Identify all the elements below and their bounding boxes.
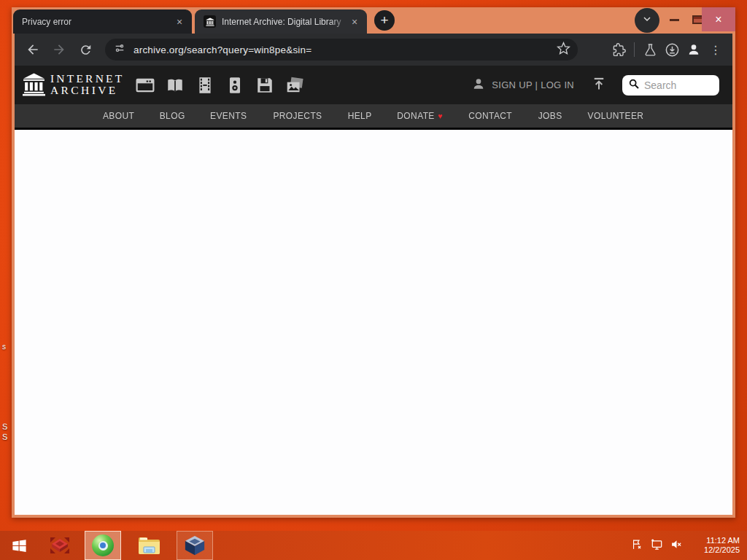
taskbar-clock[interactable]: 11:12 AM 12/2/2025	[687, 531, 743, 560]
nav-volunteer[interactable]: VOLUNTEER	[588, 111, 644, 121]
toolbar-divider	[634, 42, 635, 57]
red-box-app-button[interactable]	[41, 531, 79, 560]
browser-menu-button[interactable]: ⋮	[705, 39, 727, 61]
web-icon[interactable]	[136, 76, 155, 95]
site-info-icon[interactable]	[114, 42, 125, 57]
media-type-menu	[136, 66, 304, 104]
virtualbox-icon	[184, 534, 206, 556]
forward-icon	[52, 42, 66, 57]
nav-label: JOBS	[538, 111, 562, 121]
user-icon	[471, 77, 486, 94]
browser-titlebar: Privacy error × Internet Archive: Digita…	[12, 7, 735, 34]
ia-search-box[interactable]	[622, 75, 719, 96]
taskbar: 11:12 AM 12/2/2025	[0, 531, 747, 560]
nav-label: ABOUT	[103, 111, 134, 121]
ia-building-logo-icon[interactable]	[22, 72, 46, 100]
toolbar-actions: ⋮	[608, 34, 727, 66]
url-text[interactable]: archive.org/search?query=win8pe&sin=	[133, 44, 557, 55]
minimize-icon	[670, 19, 679, 21]
profile-icon	[686, 42, 701, 57]
nav-label: CONTACT	[469, 111, 513, 121]
new-tab-button[interactable]: +	[374, 10, 395, 31]
nav-projects[interactable]: PROJECTS	[273, 111, 322, 121]
tab-title: Internet Archive: Digital Library	[222, 17, 348, 27]
ia-wordmark-line1: INTERNET	[50, 73, 124, 85]
virtualbox-button[interactable]	[177, 531, 213, 560]
action-center-icon[interactable]	[631, 538, 643, 553]
clock-time: 11:12 AM	[706, 536, 740, 545]
nav-label: VOLUNTEER	[588, 111, 644, 121]
desktop: s S S Privacy error × Internet Archive: …	[0, 0, 747, 560]
nav-label: EVENTS	[210, 111, 247, 121]
windows-logo-icon	[11, 537, 28, 554]
start-button[interactable]	[0, 531, 38, 560]
search-icon	[628, 78, 640, 93]
tab-internet-archive[interactable]: Internet Archive: Digital Library ×	[195, 9, 367, 34]
system-tray	[631, 531, 683, 560]
nav-jobs[interactable]: JOBS	[538, 111, 562, 121]
ia-wordmark[interactable]: INTERNET ARCHIVE	[50, 73, 124, 96]
labs-flask-icon	[643, 43, 657, 57]
downloads-button[interactable]	[661, 39, 683, 61]
audio-icon[interactable]	[225, 76, 244, 95]
close-tab-icon[interactable]: ×	[348, 15, 361, 28]
ia-header-right: SIGN UP | LOG IN	[471, 66, 719, 104]
nav-label: HELP	[347, 111, 371, 121]
clock-date: 12/2/2025	[704, 545, 740, 555]
extensions-button[interactable]	[608, 39, 630, 61]
back-button[interactable]	[22, 39, 44, 61]
browser-window: Privacy error × Internet Archive: Digita…	[12, 7, 735, 518]
network-icon[interactable]	[650, 538, 664, 553]
upload-icon[interactable]	[592, 77, 606, 94]
nav-about[interactable]: ABOUT	[103, 111, 134, 121]
heart-icon: ♥	[438, 112, 443, 120]
refresh-button[interactable]	[74, 39, 96, 61]
forward-button[interactable]	[48, 39, 70, 61]
browser-ball-icon	[92, 534, 114, 556]
nav-blog[interactable]: BLOG	[160, 111, 185, 121]
bookmark-star-icon[interactable]	[557, 42, 570, 58]
file-explorer-button[interactable]	[130, 531, 168, 560]
address-bar[interactable]: archive.org/search?query=win8pe&sin=	[105, 39, 578, 61]
labs-button[interactable]	[639, 39, 661, 61]
download-icon	[665, 42, 680, 58]
volume-icon[interactable]	[670, 538, 683, 553]
profile-button[interactable]	[683, 39, 705, 61]
browser-taskbar-button[interactable]	[85, 531, 121, 560]
nav-label: BLOG	[160, 111, 185, 121]
nav-donate[interactable]: DONATE♥	[397, 111, 443, 121]
nav-label: PROJECTS	[273, 111, 322, 121]
extensions-icon	[612, 43, 626, 57]
refresh-icon	[79, 43, 93, 57]
close-window-button[interactable]: ×	[702, 7, 735, 31]
back-icon	[26, 42, 40, 57]
texts-icon[interactable]	[166, 76, 185, 95]
ia-header: INTERNET ARCHIVE	[15, 66, 732, 104]
signup-login-link[interactable]: SIGN UP | LOG IN	[492, 79, 574, 90]
desktop-icon-label-fragment: s	[2, 343, 6, 351]
chevron-down-icon	[641, 13, 653, 28]
minimize-button[interactable]	[664, 10, 684, 29]
desktop-icon-label-fragment: S	[2, 432, 7, 441]
ia-nav: ABOUT BLOG EVENTS PROJECTS HELP DONATE♥ …	[15, 104, 732, 128]
video-icon[interactable]	[196, 76, 214, 95]
ia-wordmark-line2: ARCHIVE	[50, 85, 124, 96]
ia-building-favicon-icon	[204, 15, 216, 28]
file-explorer-icon	[137, 535, 161, 556]
red-box-app-icon	[47, 534, 72, 556]
nav-events[interactable]: EVENTS	[210, 111, 247, 121]
tab-privacy-error[interactable]: Privacy error ×	[13, 9, 192, 34]
nav-contact[interactable]: CONTACT	[469, 111, 513, 121]
tab-title: Privacy error	[22, 17, 173, 27]
page-content	[15, 130, 732, 515]
close-tab-icon[interactable]: ×	[173, 15, 186, 28]
nav-label: DONATE	[397, 111, 434, 121]
software-icon[interactable]	[255, 76, 274, 95]
desktop-icon-label-fragment: S	[2, 422, 7, 431]
tab-search-button[interactable]	[635, 8, 659, 33]
nav-help[interactable]: HELP	[347, 111, 371, 121]
browser-toolbar: archive.org/search?query=win8pe&sin=	[15, 34, 732, 66]
search-input[interactable]	[644, 79, 713, 91]
images-icon[interactable]	[285, 76, 304, 95]
